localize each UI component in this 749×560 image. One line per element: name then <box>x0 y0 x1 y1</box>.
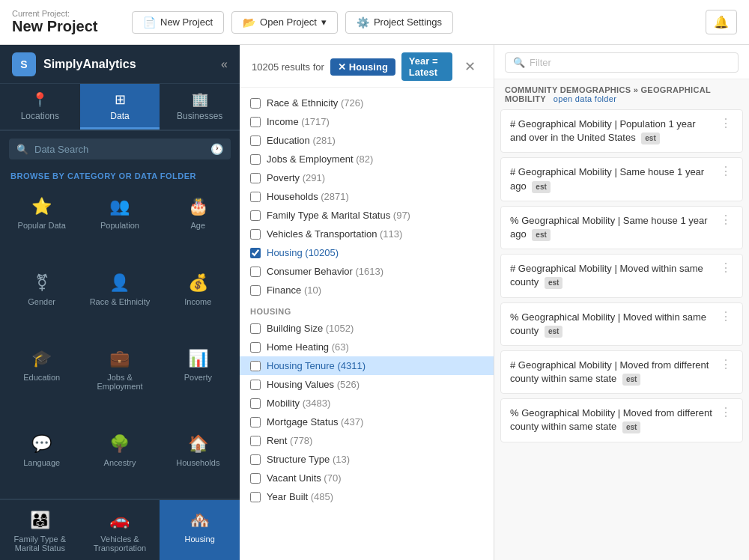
sidebar-item-family-marital[interactable]: 👨‍👩‍👧 Family Type & Marital Status <box>0 500 80 560</box>
new-project-button[interactable]: 📄 New Project <box>132 11 224 34</box>
filter-search-icon: 🔍 <box>513 57 525 68</box>
mortgage-status-checkbox[interactable] <box>250 417 261 427</box>
close-filter-button[interactable]: ✕ <box>458 55 482 78</box>
sidebar-item-education[interactable]: 🎓 Education <box>3 338 80 423</box>
sidebar-item-popular-data[interactable]: ⭐ Popular Data <box>3 186 80 262</box>
item-menu-button-0[interactable]: ⋮ <box>718 118 733 130</box>
data-icon: ⊞ <box>115 91 126 108</box>
income-checkbox[interactable] <box>250 117 261 127</box>
sidebar-item-ancestry[interactable]: 🌳 Ancestry <box>81 424 158 499</box>
tab-data[interactable]: ⊞ Data <box>80 84 160 130</box>
list-item[interactable]: Poverty (291) <box>240 168 494 187</box>
filter-input[interactable] <box>530 57 730 68</box>
population-label: Population <box>100 221 139 230</box>
vehicles-checkbox[interactable] <box>250 229 261 240</box>
list-item[interactable]: Vehicles & Transportation (113) <box>240 225 494 243</box>
education-checkbox[interactable] <box>250 136 261 146</box>
notifications-button[interactable]: 🔔 <box>706 10 737 34</box>
list-item[interactable]: Education (281) <box>240 131 494 150</box>
sidebar-item-gender[interactable]: ⚧ Gender <box>3 263 80 338</box>
housing-values-checkbox[interactable] <box>250 380 261 390</box>
sidebar-item-race-ethnicity[interactable]: 👤 Race & Ethnicity <box>81 263 158 338</box>
list-item[interactable]: Housing Tenure (4311) <box>240 356 494 375</box>
gender-label: Gender <box>28 297 55 306</box>
sidebar-item-income[interactable]: 💰 Income <box>160 263 237 338</box>
data-item[interactable]: % Geographical Mobility | Moved within s… <box>500 302 743 346</box>
item-menu-button-1[interactable]: ⋮ <box>718 165 733 177</box>
sidebar-item-households[interactable]: 🏠 Households <box>160 424 237 499</box>
housing-filter-tag[interactable]: ✕ Housing <box>330 58 395 76</box>
data-item[interactable]: # Geographical Mobility | Moved from dif… <box>500 350 743 394</box>
list-item[interactable]: Family Type & Marital Status (97) <box>240 206 494 225</box>
list-item[interactable]: Mobility (3483) <box>240 394 494 413</box>
rent-checkbox[interactable] <box>250 436 261 446</box>
data-item[interactable]: % Geographical Mobility | Same house 1 y… <box>500 206 743 249</box>
list-item[interactable]: Year Built (485) <box>240 487 494 506</box>
project-settings-button[interactable]: ⚙️ Project Settings <box>345 11 453 34</box>
locations-icon: 📍 <box>31 91 48 108</box>
tab-businesses[interactable]: 🏢 Businesses <box>160 84 240 130</box>
sidebar-item-jobs-employment[interactable]: 💼 Jobs & Employment <box>81 338 158 423</box>
data-item[interactable]: % Geographical Mobility | Moved from dif… <box>500 398 743 442</box>
data-item[interactable]: # Geographical Mobility | Same house 1 y… <box>500 157 743 201</box>
sidebar-item-population[interactable]: 👥 Population <box>81 186 158 262</box>
list-item[interactable]: Vacant Units (70) <box>240 469 494 487</box>
history-icon[interactable]: 🕐 <box>210 143 223 155</box>
sidebar-item-housing[interactable]: 🏘️ Housing <box>160 500 240 560</box>
list-item[interactable]: Building Size (1052) <box>240 319 494 338</box>
cat-vacant-units: Vacant Units (70) <box>267 472 483 484</box>
sidebar-item-poverty[interactable]: 📊 Poverty <box>160 338 237 423</box>
sidebar: S SimplyAnalytics « 📍 Locations ⊞ Data 🏢… <box>0 45 240 560</box>
list-item[interactable]: Race & Ethnicity (726) <box>240 94 494 112</box>
cat-housing: Housing (10205) <box>267 247 483 258</box>
sidebar-item-language[interactable]: 💬 Language <box>3 424 80 499</box>
ancestry-label: Ancestry <box>104 458 136 467</box>
item-menu-button-6[interactable]: ⋮ <box>718 407 733 419</box>
list-item[interactable]: Home Heating (63) <box>240 338 494 356</box>
building-size-checkbox[interactable] <box>250 323 261 334</box>
housing-tenure-checkbox[interactable] <box>250 361 261 371</box>
item-badge-5: est <box>622 374 640 386</box>
data-item[interactable]: # Geographical Mobility | Moved within s… <box>500 254 743 297</box>
consumer-behavior-checkbox[interactable] <box>250 267 261 277</box>
jobs-checkbox[interactable] <box>250 154 261 165</box>
list-item[interactable]: Consumer Behavior (1613) <box>240 262 494 281</box>
tab-locations[interactable]: 📍 Locations <box>0 84 80 130</box>
list-item[interactable]: Rent (778) <box>240 431 494 450</box>
list-item[interactable]: Mortgage Status (437) <box>240 413 494 431</box>
structure-type-checkbox[interactable] <box>250 454 261 465</box>
home-heating-checkbox[interactable] <box>250 342 261 353</box>
open-project-button[interactable]: 📂 Open Project ▾ <box>231 11 338 34</box>
family-marital-checkbox[interactable] <box>250 210 261 221</box>
year-tag-label: Year = Latest <box>409 55 438 78</box>
sidebar-item-vehicles-transport[interactable]: 🚗 Vehicles & Transportation <box>80 500 160 560</box>
households-checkbox[interactable] <box>250 192 261 202</box>
item-menu-button-3[interactable]: ⋮ <box>718 262 733 274</box>
family-marital-label: Family Type & Marital Status <box>6 535 74 553</box>
data-item[interactable]: # Geographical Mobility | Population 1 y… <box>500 109 743 153</box>
poverty-checkbox[interactable] <box>250 173 261 183</box>
list-item[interactable]: Housing (10205) <box>240 243 494 262</box>
item-menu-button-4[interactable]: ⋮ <box>718 311 733 323</box>
list-item[interactable]: Structure Type (13) <box>240 450 494 469</box>
list-item[interactable]: Housing Values (526) <box>240 375 494 394</box>
list-item[interactable]: Finance (10) <box>240 281 494 299</box>
year-filter-tag[interactable]: Year = Latest <box>401 52 452 81</box>
item-menu-button-2[interactable]: ⋮ <box>718 214 733 226</box>
open-data-folder-link[interactable]: open data folder <box>554 94 616 103</box>
finance-checkbox[interactable] <box>250 285 261 296</box>
sidebar-item-age[interactable]: 🎂 Age <box>160 186 237 262</box>
housing-checkbox[interactable] <box>250 248 261 258</box>
vacant-units-checkbox[interactable] <box>250 473 261 484</box>
list-item[interactable]: Income (1717) <box>240 112 494 131</box>
item-menu-button-5[interactable]: ⋮ <box>718 359 733 371</box>
sidebar-collapse-button[interactable]: « <box>221 58 228 71</box>
data-panel: 🔍 COMMUNITY DEMOGRAPHICS » GEOGRAPHICAL … <box>494 45 749 560</box>
race-ethnicity-checkbox[interactable] <box>250 98 261 109</box>
list-item[interactable]: Households (2871) <box>240 187 494 206</box>
year-built-checkbox[interactable] <box>250 492 261 502</box>
search-input[interactable] <box>34 144 204 155</box>
mobility-checkbox[interactable] <box>250 398 261 409</box>
cat-jobs: Jobs & Employment (82) <box>267 153 483 165</box>
list-item[interactable]: Jobs & Employment (82) <box>240 150 494 168</box>
